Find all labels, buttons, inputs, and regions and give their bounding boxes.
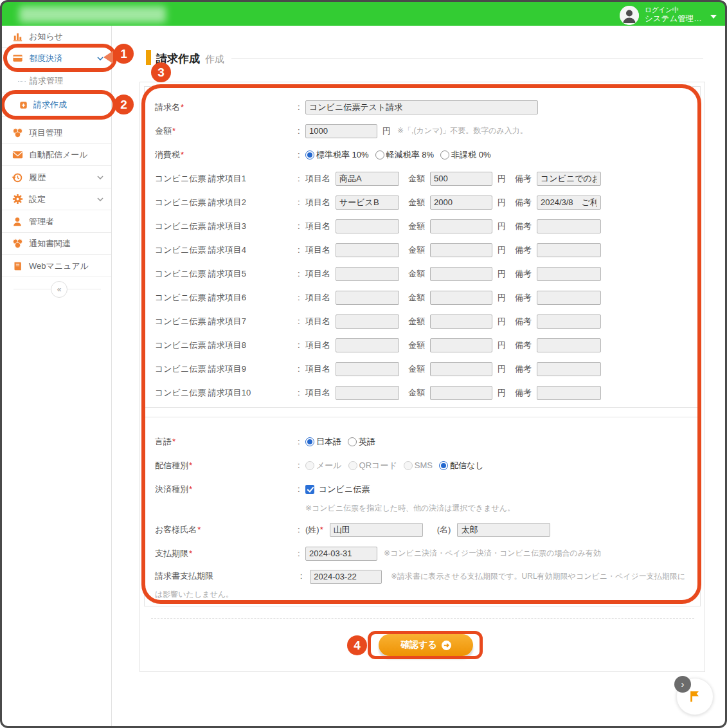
- item-yen-label: 円: [498, 268, 506, 280]
- flag-icon: [687, 688, 703, 705]
- item-5-name-input[interactable]: [336, 267, 399, 281]
- sidebar-item-label: 請求管理: [30, 75, 63, 87]
- sidebar-item-label: 管理者: [29, 216, 54, 228]
- item-6-name-input[interactable]: [336, 291, 399, 305]
- item-2-note-input[interactable]: [537, 196, 601, 210]
- item-1-name-input[interactable]: [336, 172, 399, 186]
- colon: :: [298, 150, 305, 159]
- sidebar-item-notices[interactable]: 通知書関連: [2, 233, 111, 255]
- item-note-label: 備考: [515, 316, 532, 327]
- app-logo: [19, 6, 166, 23]
- item-4-amount-input[interactable]: [430, 243, 492, 257]
- person-icon: [11, 215, 24, 228]
- item-1-amount-input[interactable]: [430, 172, 492, 186]
- radio-label: 英語: [359, 436, 375, 448]
- sidebar-item-label: お知らせ: [29, 31, 63, 42]
- radio-standard-tax[interactable]: [305, 150, 314, 159]
- radio-language-japanese[interactable]: [305, 437, 314, 446]
- item-2-amount-input[interactable]: [430, 196, 492, 210]
- sidebar-item-invoice-create[interactable]: 請求作成: [2, 93, 111, 117]
- item-3-name-input[interactable]: [336, 219, 399, 233]
- sidebar-item-admin[interactable]: 管理者: [2, 211, 111, 233]
- annotation-circle-1: 1: [114, 44, 134, 64]
- sidebar-item-invoice-management[interactable]: 請求管理: [2, 69, 111, 93]
- radio-tax-free[interactable]: [440, 150, 449, 159]
- item-name-label: 項目名: [305, 268, 330, 280]
- user-menu-caret-icon[interactable]: [710, 15, 717, 19]
- radio-delivery-mail[interactable]: [305, 461, 314, 470]
- item-4-name-input[interactable]: [336, 243, 399, 257]
- radio-reduced-tax[interactable]: [375, 150, 384, 159]
- field-label: コンビニ伝票 請求項目8: [155, 340, 298, 351]
- radio-label: 非課税 0%: [451, 149, 490, 161]
- invoice-due-input[interactable]: [310, 570, 382, 584]
- last-name-input[interactable]: [330, 523, 423, 537]
- confirm-button[interactable]: 確認する: [379, 634, 473, 656]
- item-7-amount-input[interactable]: [430, 314, 492, 329]
- form-row-customer-name: お客様氏名* : (姓)* (名): [155, 522, 688, 537]
- field-label: コンビニ伝票 請求項目3: [155, 221, 298, 232]
- item-4-note-input[interactable]: [537, 243, 601, 257]
- sidebar-item-settings[interactable]: 設定: [2, 188, 111, 210]
- user-name: システム管理…: [645, 14, 702, 24]
- item-name-label: 項目名: [305, 173, 330, 185]
- sidebar-item-item-management[interactable]: 項目管理: [2, 122, 111, 144]
- item-8-amount-input[interactable]: [430, 338, 492, 352]
- arrow-right-icon: [442, 641, 451, 650]
- item-9-name-input[interactable]: [336, 362, 399, 376]
- item-7-note-input[interactable]: [537, 314, 601, 329]
- item-2-name-input[interactable]: [336, 196, 399, 210]
- payment-due-input[interactable]: [305, 547, 377, 561]
- item-8-note-input[interactable]: [537, 338, 601, 352]
- item-9-amount-input[interactable]: [430, 362, 492, 376]
- item-9-note-input[interactable]: [537, 362, 601, 376]
- checkbox-label: コンビニ伝票: [319, 484, 370, 495]
- item-1-note-input[interactable]: [537, 172, 601, 186]
- item-3-note-input[interactable]: [537, 219, 601, 233]
- sidebar-item-label: 履歴: [29, 172, 46, 183]
- field-label: 決済種別*: [155, 484, 298, 495]
- radio-delivery-qr[interactable]: [348, 461, 357, 470]
- widget-expand-button[interactable]: ›: [674, 676, 691, 693]
- user-menu[interactable]: ログイン中 システム管理…: [645, 6, 702, 24]
- field-label: コンビニ伝票 請求項目5: [155, 268, 298, 280]
- sidebar-item-auto-mail[interactable]: 自動配信メール: [2, 144, 111, 166]
- radio-language-english[interactable]: [348, 437, 357, 446]
- avatar[interactable]: [620, 6, 639, 25]
- sidebar-item-web-manual[interactable]: Webマニュアル: [2, 255, 111, 277]
- item-5-note-input[interactable]: [537, 267, 601, 281]
- radio-label: 標準税率 10%: [316, 149, 369, 161]
- radio-delivery-none[interactable]: [439, 461, 448, 470]
- item-10-name-input[interactable]: [336, 386, 399, 400]
- item-6-amount-input[interactable]: [430, 291, 492, 305]
- item-3-amount-input[interactable]: [430, 219, 492, 233]
- item-amount-label: 金額: [408, 387, 425, 399]
- item-6-note-input[interactable]: [537, 291, 601, 305]
- field-label: コンビニ伝票 請求項目1: [155, 173, 298, 185]
- invoice-name-input[interactable]: [305, 100, 538, 114]
- amount-input[interactable]: [305, 124, 377, 138]
- radio-delivery-sms[interactable]: [404, 461, 413, 470]
- colon: :: [298, 388, 305, 397]
- sidebar-item-label: 都度決済: [29, 53, 62, 64]
- sidebar-item-news[interactable]: お知らせ: [2, 26, 111, 48]
- first-name-input[interactable]: [457, 523, 550, 537]
- form-row-invoice-due: 請求書支払期限 : ※請求書に表示させる支払期限です。URL有効期限やコンビニ・…: [155, 567, 688, 603]
- colon: :: [298, 293, 305, 302]
- required-asterisk: *: [181, 150, 184, 159]
- sidebar-collapse-button[interactable]: «: [51, 281, 67, 298]
- annotation-circle-4: 4: [347, 635, 367, 655]
- checkbox-convenience-slip[interactable]: [305, 485, 314, 494]
- chevron-down-icon: [97, 197, 103, 201]
- item-7-name-input[interactable]: [336, 314, 399, 329]
- sidebar-item-per-payment[interactable]: 都度決済: [2, 48, 111, 69]
- sidebar-item-history[interactable]: 履歴: [2, 167, 111, 188]
- item-8-name-input[interactable]: [336, 338, 399, 352]
- colon: :: [298, 340, 305, 350]
- item-5-amount-input[interactable]: [430, 267, 492, 281]
- radio-label: QRコード: [359, 460, 397, 471]
- item-10-note-input[interactable]: [537, 386, 601, 400]
- item-10-amount-input[interactable]: [430, 386, 492, 400]
- colon: :: [298, 197, 305, 207]
- chart-icon: [11, 30, 24, 43]
